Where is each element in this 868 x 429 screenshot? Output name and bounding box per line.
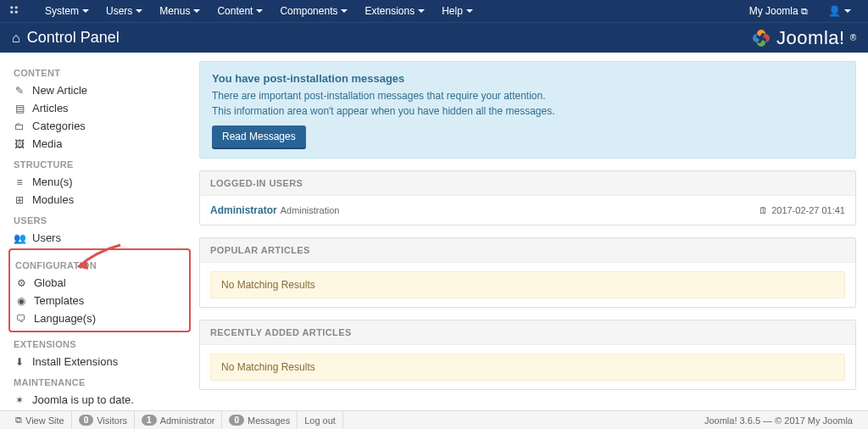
sidebar: CONTENT✎New Article▤Articles🗀Categories🖼… <box>0 53 199 410</box>
global-icon: ⚙ <box>15 277 27 289</box>
read-messages-button[interactable]: Read Messages <box>212 125 306 148</box>
panel-title: RECENTLY ADDED ARTICLES <box>200 320 855 345</box>
sidebar-item-label: Menu(s) <box>32 176 73 188</box>
menu-content[interactable]: Content <box>209 5 271 17</box>
menu-s--icon: ≡ <box>14 176 25 188</box>
user-menu[interactable]: 👤 <box>820 5 860 17</box>
content-area: You have post-installation messages Ther… <box>199 53 868 410</box>
logged-in-users-panel: LOGGED-IN USERS Administrator Administra… <box>199 170 856 226</box>
media-icon: 🖼 <box>14 138 25 150</box>
sidebar-item-install-extensions[interactable]: ⬇Install Extensions <box>12 353 187 370</box>
chevron-down-icon <box>256 9 263 13</box>
visitors-count[interactable]: 0Visitors <box>72 411 135 429</box>
sidebar-section-content: CONTENT <box>14 68 187 78</box>
sidebar-item-label: Global <box>34 276 66 289</box>
sidebar-item-global[interactable]: ⚙Global <box>14 274 186 292</box>
articles-icon: ▤ <box>14 103 25 114</box>
popular-articles-panel: POPULAR ARTICLES No Matching Results <box>199 237 856 308</box>
menu-extensions[interactable]: Extensions <box>356 5 433 17</box>
svg-point-2 <box>10 11 13 14</box>
sidebar-item-label: New Article <box>32 84 87 97</box>
users-icon: 👥 <box>14 232 25 244</box>
infobox-line1: There are important post-installation me… <box>212 90 843 102</box>
sidebar-item-media[interactable]: 🖼Media <box>12 135 187 153</box>
sidebar-item-templates[interactable]: ◉Templates <box>14 292 186 309</box>
home-icon: ⌂ <box>12 31 20 46</box>
sidebar-item-new-article[interactable]: ✎New Article <box>12 81 187 99</box>
svg-point-3 <box>15 11 18 14</box>
view-site-link[interactable]: ⧉View Site <box>8 411 72 429</box>
configuration-highlight-box: CONFIGURATION⚙Global◉Templates🗨Language(… <box>8 248 191 332</box>
modules-icon: ⊞ <box>14 194 25 206</box>
site-name-link[interactable]: My Joomla ⧉ <box>749 5 808 17</box>
panel-title: POPULAR ARTICLES <box>200 238 855 263</box>
sidebar-item-menu-s[interactable]: ≡Menu(s) <box>12 173 187 191</box>
joomla-icon <box>8 4 19 18</box>
panel-title: LOGGED-IN USERS <box>200 171 855 196</box>
svg-point-1 <box>15 6 18 8</box>
user-group: Administration <box>281 205 340 215</box>
administrators-count[interactable]: 1Administrator <box>135 411 222 429</box>
user-icon: 👤 <box>828 5 841 17</box>
sidebar-section-maintenance: MAINTENANCE <box>14 377 187 387</box>
sidebar-item-users[interactable]: 👥Users <box>12 229 187 247</box>
joomla-is-up-to-date--icon: ✶ <box>14 394 25 406</box>
chevron-down-icon <box>418 9 425 13</box>
header-bar: ⌂ Control Panel Joomla! ® <box>0 22 868 53</box>
menu-label: System <box>45 5 79 17</box>
sidebar-item-label: Install Extensions <box>32 355 118 368</box>
infobox-title: You have post-installation messages <box>212 72 843 85</box>
user-link[interactable]: Administrator <box>210 204 277 216</box>
sidebar-item-label: Articles <box>32 102 69 114</box>
menu-users[interactable]: Users <box>97 5 151 17</box>
svg-point-0 <box>10 6 13 8</box>
login-date: 🗓 2017-02-27 01:41 <box>759 205 845 215</box>
install-extensions-icon: ⬇ <box>14 356 25 368</box>
badge: 0 <box>79 415 94 426</box>
sidebar-item-label: Media <box>32 137 62 150</box>
top-menu: SystemUsersMenusContentComponentsExtensi… <box>36 5 481 17</box>
chevron-down-icon <box>341 9 348 13</box>
sidebar-item-language-s[interactable]: 🗨Language(s) <box>14 309 186 327</box>
sidebar-item-joomla-is-up-to-date[interactable]: ✶Joomla is up to date. <box>12 391 187 409</box>
sidebar-section-structure: STRUCTURE <box>14 159 187 170</box>
version-text: Joomla! 3.6.5 — © 2017 My Joomla <box>698 411 860 429</box>
external-link-icon: ⧉ <box>801 6 808 16</box>
sidebar-item-categories[interactable]: 🗀Categories <box>12 117 187 135</box>
chevron-down-icon <box>82 9 89 13</box>
sidebar-item-label: Modules <box>32 193 74 206</box>
menu-label: Menus <box>159 5 190 17</box>
logo-text: Joomla! <box>776 27 845 49</box>
menu-menus[interactable]: Menus <box>151 5 209 17</box>
recently-added-articles-panel: RECENTLY ADDED ARTICLES No Matching Resu… <box>199 320 856 390</box>
chevron-down-icon <box>466 9 473 13</box>
page-title: Control Panel <box>27 29 120 47</box>
logged-in-user-row: Administrator Administration 🗓 2017-02-2… <box>210 204 845 216</box>
top-navbar: SystemUsersMenusContentComponentsExtensi… <box>0 0 868 22</box>
categories-icon: 🗀 <box>14 120 25 132</box>
infobox-line2: This information area won't appear when … <box>212 105 843 117</box>
sidebar-item-modules[interactable]: ⊞Modules <box>12 191 187 209</box>
joomla-logo: Joomla! ® <box>751 27 856 49</box>
menu-label: Content <box>217 5 253 17</box>
logout-link[interactable]: Log out <box>298 411 343 429</box>
sidebar-item-label: Users <box>32 231 61 244</box>
menu-label: Extensions <box>364 5 415 17</box>
sidebar-item-label: Templates <box>34 294 84 307</box>
messages-count[interactable]: 0Messages <box>222 411 298 429</box>
sidebar-item-label: Categories <box>32 120 86 132</box>
badge: 1 <box>142 415 157 426</box>
sidebar-item-articles[interactable]: ▤Articles <box>12 99 187 117</box>
menu-system[interactable]: System <box>36 5 97 17</box>
post-install-messages-box: You have post-installation messages Ther… <box>199 61 856 159</box>
sidebar-section-users: USERS <box>14 215 187 226</box>
status-bar: ⧉View Site 0Visitors 1Administrator 0Mes… <box>0 410 868 429</box>
sidebar-section-configuration: CONFIGURATION <box>15 260 186 270</box>
menu-help[interactable]: Help <box>433 5 481 17</box>
main-area: CONTENT✎New Article▤Articles🗀Categories🖼… <box>0 53 868 410</box>
menu-label: Users <box>106 5 132 17</box>
no-results-message: No Matching Results <box>210 354 845 381</box>
registered-mark: ® <box>850 33 856 42</box>
menu-components[interactable]: Components <box>271 5 356 17</box>
new-article-icon: ✎ <box>14 85 25 97</box>
